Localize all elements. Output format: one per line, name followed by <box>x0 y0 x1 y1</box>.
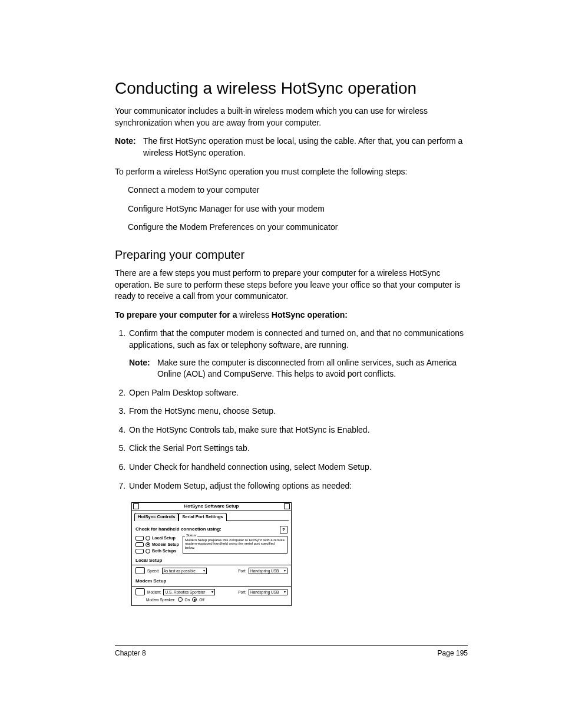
note-text: The first HotSync operation must be loca… <box>143 136 468 159</box>
prepare-bold-b: HotSync operation: <box>272 310 348 319</box>
step-3: From the HotSync menu, choose Setup. <box>128 406 468 417</box>
close-icon[interactable] <box>133 503 139 509</box>
modem-label: Modem: <box>147 590 161 594</box>
radio-local-setup[interactable]: Local Setup <box>135 536 179 541</box>
note-label: Note: <box>129 357 157 380</box>
radio-icon <box>146 542 150 547</box>
summary-step: Configure the Modem Preferences on your … <box>128 222 468 233</box>
status-box: Status Modem Setup prepares this compute… <box>183 536 287 554</box>
cradle-icon <box>135 567 145 574</box>
modem-setup-title: Modem Setup <box>135 579 287 584</box>
step-7: Under Modem Setup, adjust the following … <box>128 480 468 492</box>
modem-icon <box>135 588 145 595</box>
radio-icon[interactable] <box>178 597 183 602</box>
zoom-icon[interactable] <box>284 503 290 509</box>
port-label: Port: <box>238 569 246 573</box>
hotsync-setup-dialog: HotSync Software Setup HotSync Controls … <box>131 502 292 606</box>
step-2: Open Palm Desktop software. <box>128 387 468 399</box>
tab-serial-port-settings[interactable]: Serial Port Settings <box>178 513 226 521</box>
radio-label: Both Setups <box>152 549 176 554</box>
page-title: Conducting a wireless HotSync operation <box>115 77 468 100</box>
radio-icon <box>146 536 150 541</box>
note-first-sync: Note: The first HotSync operation must b… <box>115 136 468 159</box>
speaker-off-label: Off <box>199 598 204 602</box>
step-6: Under Check for handheld connection usin… <box>128 462 468 473</box>
note-text: Make sure the computer is disconnected f… <box>157 357 468 380</box>
port-label: Port: <box>238 590 246 594</box>
section-text: There are a few steps you must perform t… <box>115 268 468 302</box>
page-footer: Chapter 8 Page 195 <box>115 645 468 658</box>
check-label: Check for handheld connection using: <box>135 527 222 532</box>
radio-label: Modem Setup <box>152 542 179 547</box>
speed-label: Speed: <box>147 569 160 573</box>
summary-step: Connect a modem to your computer <box>128 185 468 196</box>
status-legend: Status <box>185 533 197 538</box>
radio-both-setups[interactable]: Both Setups <box>135 549 179 554</box>
summary-step: Configure HotSync Manager for use with y… <box>128 203 468 215</box>
radio-icon[interactable] <box>192 597 197 602</box>
section-heading: Preparing your computer <box>115 246 468 263</box>
prepare-mid: wireless <box>239 310 271 319</box>
radio-icon <box>146 549 150 554</box>
tab-hotsync-controls[interactable]: HotSync Controls <box>134 513 178 521</box>
intro-text: Your communicator includes a built-in wi… <box>115 106 468 129</box>
dialog-title: HotSync Software Setup <box>139 504 284 509</box>
speaker-on-label: On <box>185 598 190 602</box>
modem-select[interactable]: U.S. Robotics Sportster▾ <box>163 589 215 595</box>
step-1-note: Note: Make sure the computer is disconne… <box>129 357 468 380</box>
prepare-bold-a: To prepare your computer for a <box>115 310 239 319</box>
help-icon[interactable]: ? <box>280 526 287 533</box>
lead-text: To perform a wireless HotSync operation … <box>115 166 468 178</box>
step-text: Confirm that the computer modem is conne… <box>129 328 464 350</box>
port-select-modem[interactable]: Handspring USB▾ <box>249 589 287 595</box>
speaker-label: Modem Speaker: <box>146 598 176 602</box>
radio-modem-setup[interactable]: Modem Setup <box>135 542 179 547</box>
modem-icon <box>135 542 144 547</box>
step-1: Confirm that the computer modem is conne… <box>128 328 468 380</box>
step-4: On the HotSync Controls tab, make sure t… <box>128 424 468 436</box>
step-5: Click the Serial Port Settings tab. <box>128 443 468 454</box>
footer-right: Page 195 <box>438 648 468 658</box>
port-select-local[interactable]: Handspring USB▾ <box>249 568 287 574</box>
note-label: Note: <box>115 136 143 159</box>
radio-label: Local Setup <box>152 536 176 541</box>
prepare-heading: To prepare your computer for a wireless … <box>115 309 468 321</box>
footer-left: Chapter 8 <box>115 648 146 658</box>
status-text: Modem Setup prepares this computer to Ho… <box>185 538 285 549</box>
summary-steps: Connect a modem to your computer Configu… <box>128 185 468 233</box>
speed-select[interactable]: As fast as possible▾ <box>162 568 207 574</box>
cradle-icon <box>135 536 144 541</box>
numbered-steps: Confirm that the computer modem is conne… <box>115 328 468 492</box>
local-setup-title: Local Setup <box>135 558 287 564</box>
both-icon <box>135 549 144 554</box>
